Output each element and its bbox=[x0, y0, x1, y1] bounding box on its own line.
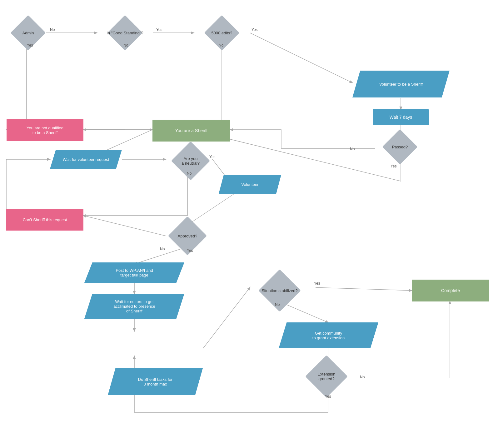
diamond-situation-stabilized: Situation stabilized? bbox=[244, 275, 316, 306]
svg-line-5 bbox=[100, 130, 152, 153]
label-admin-yes: Yes bbox=[27, 43, 33, 47]
diamond-admin: Admin bbox=[9, 20, 47, 45]
para-do-sheriff: Do Sheriff tasks for 3 month max bbox=[108, 368, 203, 395]
label-extension-yes: Yes bbox=[325, 394, 331, 399]
diamond-passed: Passed? bbox=[369, 134, 431, 159]
diamond-extension-granted: Extension granted? bbox=[294, 361, 359, 392]
label-admin-no: No bbox=[50, 27, 55, 32]
svg-line-14 bbox=[316, 287, 412, 291]
diamond-approved: Approved? bbox=[159, 222, 216, 250]
rect-cant-sheriff: Can't Sheriff this request bbox=[6, 209, 83, 231]
flowchart-canvas: Admin In "Good Standing"? 5000 edits? Vo… bbox=[0, 0, 493, 448]
diamond-good-standing: In "Good Standing"? bbox=[97, 20, 153, 45]
diamond-are-you-neutral: Are you a neutral? bbox=[166, 147, 216, 175]
label-5000-yes: Yes bbox=[251, 27, 258, 32]
label-approved-no: No bbox=[160, 247, 165, 251]
rect-you-are-sheriff: You are a Sheriff bbox=[152, 120, 230, 142]
rect-not-qualified: You are not qualified to be a Sheriff bbox=[7, 119, 83, 141]
label-good-standing-no: No bbox=[123, 43, 128, 47]
label-good-standing-yes: Yes bbox=[156, 27, 162, 32]
para-volunteer-sheriff: Volunteer to be a Sheriff bbox=[352, 71, 450, 97]
para-wait-editors: Wait for editors to get acclimated to pr… bbox=[84, 294, 184, 319]
svg-line-8 bbox=[187, 194, 234, 225]
label-approved-yes: Yes bbox=[187, 248, 193, 253]
rect-wait7days: Wait 7 days bbox=[373, 109, 429, 125]
label-neutral-yes: Yes bbox=[209, 155, 216, 159]
label-passed-no: No bbox=[350, 147, 355, 151]
label-5000-no: No bbox=[219, 43, 223, 47]
svg-line-2 bbox=[250, 33, 352, 83]
svg-line-9 bbox=[83, 216, 166, 236]
para-wait-volunteer: Wait for volunteer request bbox=[50, 150, 122, 169]
label-extension-no: No bbox=[360, 375, 365, 379]
para-post-wpan: Post to WP:AN/I and target talk page bbox=[84, 262, 184, 283]
label-passed-yes: Yes bbox=[391, 164, 397, 168]
label-situation-no: No bbox=[275, 302, 280, 307]
rect-complete: Complete bbox=[412, 280, 489, 301]
diamond-5000-edits: 5000 edits? bbox=[194, 20, 250, 45]
svg-line-13 bbox=[203, 287, 250, 348]
label-neutral-no: No bbox=[187, 171, 192, 176]
para-volunteer-action: Volunteer bbox=[219, 175, 281, 194]
para-get-community: Get community to grant extension bbox=[279, 322, 378, 348]
label-situation-yes: Yes bbox=[314, 281, 320, 286]
